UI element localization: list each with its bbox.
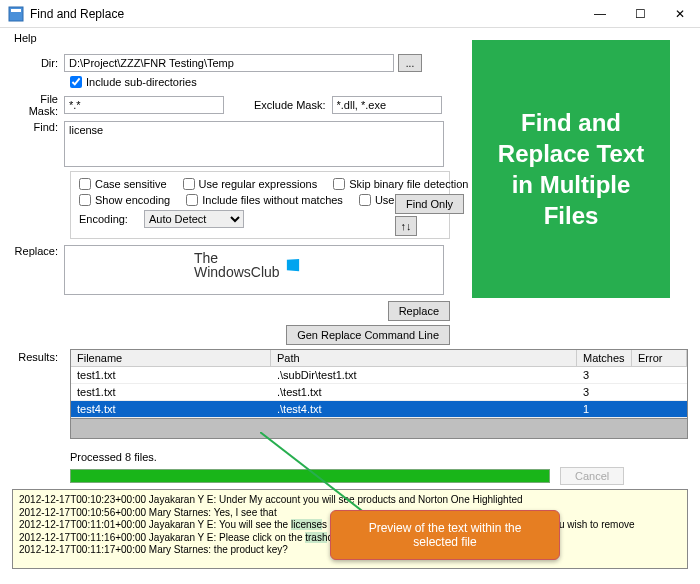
regex-label: Use regular expressions xyxy=(199,178,318,190)
cancel-button[interactable]: Cancel xyxy=(560,467,624,485)
include-nomatch-label: Include files without matches xyxy=(202,194,343,206)
app-icon xyxy=(8,6,24,22)
results-scrollbar-area[interactable] xyxy=(71,418,687,438)
results-label: Results: xyxy=(12,351,64,363)
filemask-label: File Mask: xyxy=(12,93,64,117)
progress-status: Processed 8 files. xyxy=(70,451,157,463)
find-label: Find: xyxy=(12,121,64,133)
gen-cmd-button[interactable]: Gen Replace Command Line xyxy=(286,325,450,345)
dir-label: Dir: xyxy=(12,57,64,69)
menu-help[interactable]: Help xyxy=(8,30,43,46)
flag-icon xyxy=(286,258,300,272)
results-table: Filename Path Matches Error test1.txt.\s… xyxy=(70,349,688,439)
col-error[interactable]: Error xyxy=(632,350,687,366)
dir-input[interactable] xyxy=(64,54,394,72)
svg-marker-2 xyxy=(286,259,298,271)
windowsclub-logo: TheWindowsClub xyxy=(194,251,300,279)
minimize-button[interactable]: — xyxy=(580,0,620,28)
include-nomatch-checkbox[interactable] xyxy=(186,194,198,206)
col-matches[interactable]: Matches xyxy=(577,350,632,366)
titlebar: Find and Replace — ☐ ✕ xyxy=(0,0,700,28)
include-subdirs-checkbox[interactable] xyxy=(70,76,82,88)
options-group: Case sensitive Use regular expressions S… xyxy=(70,171,450,239)
excludemask-label: Exclude Mask: xyxy=(254,99,326,111)
replace-label: Replace: xyxy=(12,245,64,257)
window-controls: — ☐ ✕ xyxy=(580,0,700,28)
progress-bar xyxy=(70,469,550,483)
col-filename[interactable]: Filename xyxy=(71,350,271,366)
svg-rect-1 xyxy=(11,9,21,12)
excludemask-input[interactable] xyxy=(332,96,442,114)
table-row[interactable]: test1.txt.\subDir\test1.txt3 xyxy=(71,367,687,384)
table-row[interactable]: test1.txt.\test1.txt3 xyxy=(71,384,687,401)
results-header: Filename Path Matches Error xyxy=(71,350,687,367)
regex-checkbox[interactable] xyxy=(183,178,195,190)
col-path[interactable]: Path xyxy=(271,350,577,366)
swap-button[interactable]: ↑↓ xyxy=(395,216,417,236)
close-button[interactable]: ✕ xyxy=(660,0,700,28)
maximize-button[interactable]: ☐ xyxy=(620,0,660,28)
show-encoding-checkbox[interactable] xyxy=(79,194,91,206)
callout-box: Preview of the text within the selected … xyxy=(330,510,560,560)
use-escape-checkbox[interactable] xyxy=(359,194,371,206)
include-subdirs-label: Include sub-directories xyxy=(86,76,197,88)
window-title: Find and Replace xyxy=(30,7,124,21)
encoding-select[interactable]: Auto Detect xyxy=(144,210,244,228)
skip-binary-label: Skip binary file detection xyxy=(349,178,468,190)
encoding-label: Encoding: xyxy=(79,213,128,225)
filemask-input[interactable] xyxy=(64,96,224,114)
skip-binary-checkbox[interactable] xyxy=(333,178,345,190)
case-sensitive-checkbox[interactable] xyxy=(79,178,91,190)
replace-button[interactable]: Replace xyxy=(388,301,450,321)
show-encoding-label: Show encoding xyxy=(95,194,170,206)
find-textarea[interactable] xyxy=(64,121,444,167)
browse-button[interactable]: ... xyxy=(398,54,422,72)
preview-line: 2012-12-17T00:10:23+00:00 Jayakaran Y E:… xyxy=(19,494,681,507)
case-sensitive-label: Case sensitive xyxy=(95,178,167,190)
table-row[interactable]: test4.txt.\test4.txt1 xyxy=(71,401,687,418)
find-only-button[interactable]: Find Only xyxy=(395,194,464,214)
banner-overlay: Find and Replace Text in Multiple Files xyxy=(472,40,670,298)
